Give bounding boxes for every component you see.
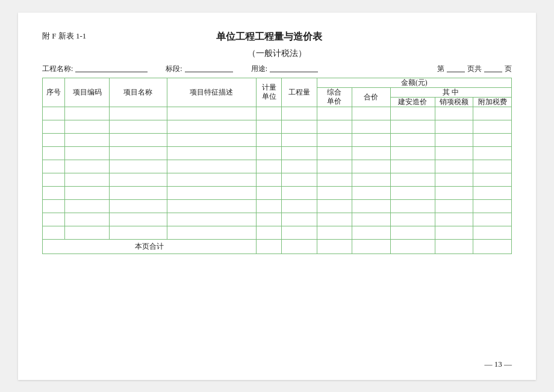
cell-extra-tax: [473, 107, 512, 120]
col-header-desc: 项目特征描述: [167, 78, 256, 107]
usage-label: 用途:: [251, 64, 267, 74]
info-row: 工程名称: 标段: 用途: 第 页共 页: [42, 64, 512, 74]
usage-field: 用途:: [251, 64, 318, 74]
section-label: 标段:: [166, 64, 182, 74]
table-row: [43, 226, 512, 239]
summary-label: 本页合计: [43, 239, 257, 254]
doc-ref-number: 附 F 新表 1-1: [42, 31, 86, 42]
cell-total: [352, 107, 390, 120]
col-header-unit: 计量单位: [257, 78, 282, 107]
cell-sales-tax: [435, 107, 473, 120]
page-end: 页: [505, 64, 512, 74]
table-row: [43, 213, 512, 226]
col-header-seq: 序号: [43, 78, 65, 107]
page-info: 第 页共 页: [437, 64, 512, 74]
summary-row: 本页合计: [43, 239, 512, 254]
cell-seq: [43, 107, 65, 120]
project-name-field: 工程名称:: [42, 64, 148, 74]
col-header-amount-group: 金额(元): [317, 78, 511, 87]
table-row: [43, 160, 512, 173]
section-value: [185, 65, 233, 72]
col-header-qty: 工程量: [282, 78, 317, 107]
total-pages: [484, 65, 502, 72]
table-row: [43, 186, 512, 199]
table-row: [43, 173, 512, 186]
document-header: 附 F 新表 1-1 单位工程工程量与造价表: [42, 31, 512, 43]
document-page: 附 F 新表 1-1 单位工程工程量与造价表 （一般计税法） 工程名称: 标段:…: [18, 13, 536, 380]
cell-unit-price: [317, 107, 352, 120]
page-mid: 页共: [467, 64, 482, 74]
cell-construction: [390, 107, 435, 120]
main-table: 序号 项目编码 项目名称 项目特征描述 计量单位 工程量 金额(元) 综合单价 …: [42, 78, 512, 254]
current-page: [447, 65, 465, 72]
col-header-extra-tax: 附加税费: [473, 97, 512, 107]
col-header-code: 项目编码: [65, 78, 110, 107]
doc-subtitle: （一般计税法）: [42, 48, 512, 59]
col-header-name: 项目名称: [110, 78, 167, 107]
cell-code: [65, 107, 110, 120]
col-header-construction: 建安造价: [390, 97, 435, 107]
project-name-value: [75, 65, 148, 72]
section-field: 标段:: [166, 64, 232, 74]
doc-main-title: 单位工程工程量与造价表: [86, 31, 452, 43]
cell-name: [110, 107, 167, 120]
col-header-total: 合价: [352, 87, 390, 107]
col-header-sub-group: 其 中: [390, 87, 511, 97]
col-header-unit-price: 综合单价: [317, 87, 352, 107]
table-row: [43, 133, 512, 146]
page-footer: — 13 —: [485, 359, 512, 369]
cell-unit: [257, 107, 282, 120]
table-row: [43, 146, 512, 160]
page-label: 第: [437, 64, 444, 74]
usage-value: [270, 65, 318, 72]
col-header-sales-tax: 销项税额: [435, 97, 473, 107]
cell-desc: [167, 107, 256, 120]
table-row: [43, 120, 512, 133]
project-name-label: 工程名称:: [42, 64, 73, 74]
table-row: [43, 199, 512, 213]
table-row: [43, 107, 512, 120]
cell-qty: [282, 107, 317, 120]
